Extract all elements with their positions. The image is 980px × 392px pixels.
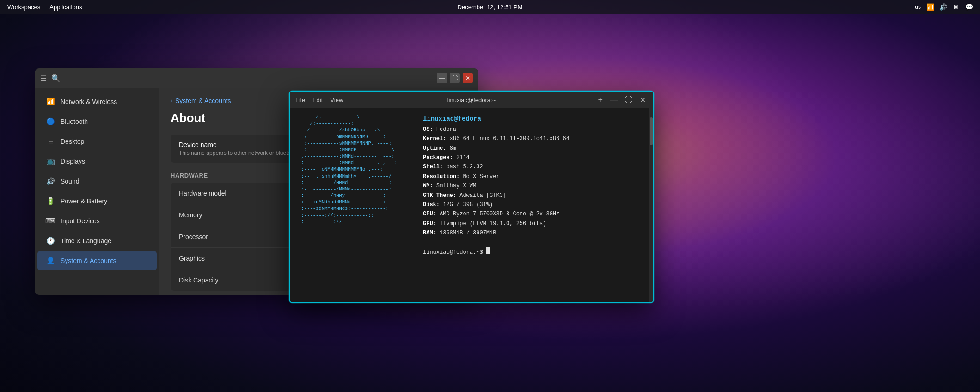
gtk-label: GTK Theme:: [423, 192, 456, 199]
language-indicator[interactable]: us: [915, 4, 921, 10]
terminal-menu: File Edit View: [295, 97, 343, 104]
terminal-edit-menu[interactable]: Edit: [312, 97, 323, 104]
network-icon[interactable]: 📶: [926, 3, 934, 11]
terminal-ascii-art: /:-----------:\ /:------------:: /------…: [290, 108, 419, 302]
sidebar-item-accounts-label: System & Accounts: [61, 257, 116, 264]
sidebar-item-sound[interactable]: 🔊 Sound: [37, 172, 157, 191]
kernel-value: x86_64 Linux 6.11.11-300.fc41.x86_64: [450, 135, 570, 142]
displays-icon: 📺: [46, 157, 55, 166]
wm-label: WM:: [423, 183, 433, 189]
shell-label: Shell:: [423, 164, 443, 170]
sidebar-item-sound-label: Sound: [61, 178, 79, 185]
sidebar-item-displays-label: Displays: [61, 158, 85, 165]
search-icon[interactable]: 🔍: [51, 74, 61, 83]
terminal-titlebar: File Edit View linuxiac@fedora:~ + — ⛶ ✕: [290, 92, 653, 108]
terminal-title: linuxiac@fedora:~: [447, 97, 496, 104]
cpu-label: CPU:: [423, 211, 436, 217]
desktop-icon: 🖥: [46, 137, 55, 146]
window-controls: — ⛶ ✕: [437, 73, 473, 83]
terminal-minimize-button[interactable]: —: [608, 95, 619, 105]
disk-value: 12G / 39G (31%): [443, 202, 493, 208]
packages-value: 2114: [456, 154, 470, 161]
network-wireless-icon: 📶: [46, 97, 55, 106]
accounts-icon: 👤: [46, 256, 55, 265]
kernel-label: Kernel:: [423, 135, 446, 142]
disk-label: Disk:: [423, 202, 440, 208]
terminal-controls: + — ⛶ ✕: [596, 94, 648, 106]
os-label: OS:: [423, 126, 433, 133]
terminal-scrollbar[interactable]: [649, 108, 653, 302]
power-battery-icon: 🔋: [46, 196, 55, 206]
titlebar-left: ☰ 🔍: [40, 74, 61, 83]
sidebar-item-desktop-label: Desktop: [61, 138, 84, 145]
sidebar-toggle-icon[interactable]: ☰: [40, 74, 47, 83]
sidebar-item-power-label: Power & Battery: [61, 197, 107, 205]
resolution-value: No X Server: [463, 173, 499, 180]
terminal-window: File Edit View linuxiac@fedora:~ + — ⛶ ✕…: [289, 91, 654, 303]
terminal-username: linuxiac@fedora: [423, 115, 481, 122]
terminal-body: /:-----------:\ /:------------:: /------…: [290, 108, 653, 302]
sound-icon[interactable]: 🔊: [939, 3, 947, 11]
sidebar-item-network[interactable]: 📶 Network & Wireless: [37, 92, 157, 111]
terminal-prompt: linuxiac@fedora:~$: [423, 249, 483, 256]
uptime-label: Uptime:: [423, 145, 446, 152]
maximize-button[interactable]: ⛶: [450, 73, 460, 83]
taskbar-left: Workspaces Applications: [7, 4, 82, 11]
wm-value: Smithay X WM: [436, 183, 476, 189]
sidebar-item-desktop[interactable]: 🖥 Desktop: [37, 132, 157, 151]
taskbar-datetime: December 12, 12:51 PM: [458, 4, 523, 11]
terminal-maximize-button[interactable]: ⛶: [623, 95, 634, 105]
sidebar-item-displays[interactable]: 📺 Displays: [37, 152, 157, 171]
uptime-value: 8m: [450, 145, 456, 152]
gpu-value: llvmpipe (LLVM 19.1.0, 256 bits): [440, 220, 546, 227]
os-value: Fedora: [436, 126, 456, 133]
new-tab-button[interactable]: +: [596, 94, 605, 106]
ram-label: RAM:: [423, 230, 436, 236]
sidebar-item-time-label: Time & Language: [61, 237, 111, 245]
terminal-scrollbar-thumb: [650, 117, 653, 145]
sidebar-item-network-label: Network & Wireless: [61, 98, 117, 105]
gtk-value: Adwaita [GTK3]: [459, 192, 506, 199]
sidebar-item-power[interactable]: 🔋 Power & Battery: [37, 191, 157, 211]
terminal-info-wrapper: linuxiac@fedora OS: Fedora Kernel: x86_6…: [419, 108, 649, 302]
sidebar-item-bluetooth[interactable]: 🔵 Bluetooth: [37, 112, 157, 131]
ram-value: 1368MiB / 3907MiB: [440, 230, 496, 236]
display-icon[interactable]: 🖥: [952, 3, 960, 11]
input-devices-icon: ⌨: [46, 216, 55, 226]
terminal-cursor: [486, 247, 490, 254]
resolution-label: Resolution:: [423, 173, 459, 180]
taskbar: Workspaces Applications December 12, 12:…: [0, 0, 980, 14]
terminal-view-menu[interactable]: View: [330, 97, 343, 104]
sidebar-item-bluetooth-label: Bluetooth: [61, 118, 88, 125]
time-language-icon: 🕐: [46, 236, 55, 245]
sidebar-item-input-label: Input Devices: [61, 217, 100, 225]
terminal-close-button[interactable]: ✕: [638, 95, 648, 105]
minimize-button[interactable]: —: [437, 73, 447, 83]
sidebar-item-accounts[interactable]: 👤 System & Accounts: [37, 251, 157, 270]
shell-value: bash 5.2.32: [446, 164, 483, 170]
close-button[interactable]: ✕: [463, 73, 473, 83]
notifications-icon[interactable]: 💬: [965, 3, 973, 11]
sidebar-item-time[interactable]: 🕐 Time & Language: [37, 231, 157, 251]
sound-settings-icon: 🔊: [46, 177, 55, 186]
back-arrow-icon: ‹: [171, 98, 172, 104]
applications-button[interactable]: Applications: [49, 4, 82, 11]
terminal-file-menu[interactable]: File: [295, 97, 305, 104]
gpu-label: GPU:: [423, 220, 436, 227]
cpu-value: AMD Ryzen 7 5700X3D 8-Core @ 2x 3GHz: [440, 211, 559, 217]
terminal-info: linuxiac@fedora OS: Fedora Kernel: x86_6…: [419, 108, 649, 263]
breadcrumb-text: System & Accounts: [175, 97, 231, 104]
bluetooth-icon: 🔵: [46, 117, 55, 126]
settings-sidebar: 📶 Network & Wireless 🔵 Bluetooth 🖥 Deskt…: [35, 88, 159, 295]
taskbar-right: us 📶 🔊 🖥 💬: [915, 3, 973, 11]
packages-label: Packages:: [423, 154, 453, 161]
workspaces-button[interactable]: Workspaces: [7, 4, 40, 11]
settings-titlebar: ☰ 🔍 — ⛶ ✕: [35, 68, 478, 88]
sidebar-item-input[interactable]: ⌨ Input Devices: [37, 211, 157, 231]
